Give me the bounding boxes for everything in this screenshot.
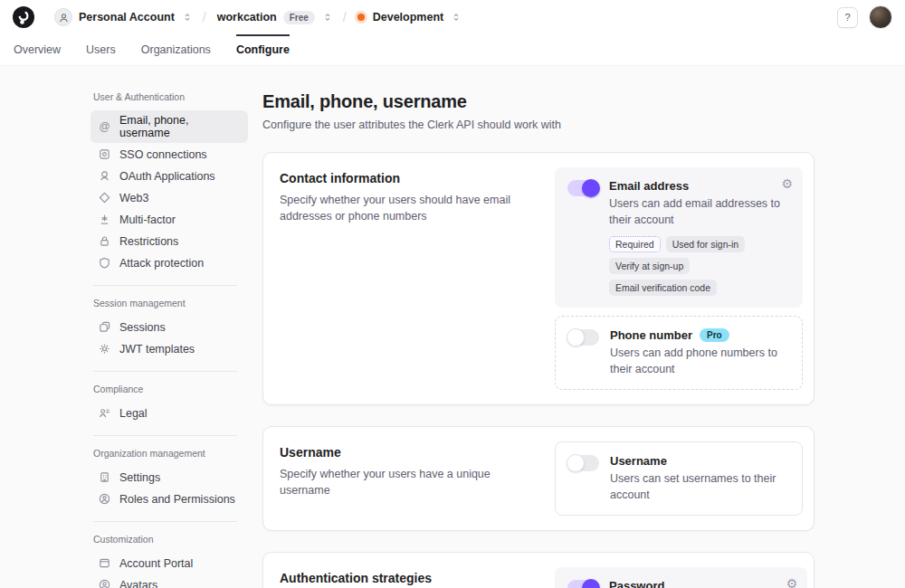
sidebar-item-label: Avatars bbox=[119, 579, 157, 588]
toggle-knob bbox=[567, 328, 585, 346]
sidebar-section-compliance: Compliance bbox=[93, 384, 248, 394]
sidebar-item-avatars[interactable]: Avatars bbox=[90, 574, 248, 588]
tab-organizations[interactable]: Organizations bbox=[141, 34, 211, 65]
username-setting: Username Users can set usernames to thei… bbox=[555, 441, 803, 516]
breadcrumb-personal-account[interactable]: Personal Account bbox=[54, 8, 192, 26]
sidebar-item-attack-protection[interactable]: Attack protection bbox=[90, 252, 248, 273]
email-address-toggle[interactable] bbox=[567, 180, 598, 196]
sidebar-item-label: Legal bbox=[119, 407, 148, 420]
password-setting-title: Password bbox=[609, 579, 795, 588]
pro-badge: Pro bbox=[700, 328, 729, 342]
email-setting-badges: Required Used for sign-in Verify at sign… bbox=[609, 236, 790, 296]
help-button[interactable]: ? bbox=[837, 7, 858, 28]
sidebar-item-label: OAuth Applications bbox=[119, 170, 215, 183]
sidebar-divider bbox=[93, 521, 237, 522]
sidebar-divider bbox=[93, 371, 237, 372]
sidebar-section-session-management: Session management bbox=[93, 298, 248, 308]
breadcrumb-separator: / bbox=[203, 10, 206, 24]
gear-icon bbox=[98, 342, 111, 356]
toggle-knob bbox=[582, 179, 600, 197]
workspace-plan-badge: Free bbox=[283, 11, 315, 24]
sidebar-item-account-portal[interactable]: Account Portal bbox=[90, 553, 248, 574]
sidebar-item-web3[interactable]: Web3 bbox=[90, 187, 248, 208]
sidebar-item-label: Email, phone, username bbox=[119, 114, 241, 139]
badge-email-verification-code: Email verification code bbox=[609, 280, 717, 296]
main-nav-tabs: Overview Users Organizations Configure bbox=[0, 34, 905, 66]
tab-configure[interactable]: Configure bbox=[236, 34, 290, 65]
username-toggle[interactable] bbox=[568, 455, 599, 471]
username-setting-texts: Username Users can set usernames to thei… bbox=[610, 454, 789, 503]
sidebar-item-oauth-applications[interactable]: OAuth Applications bbox=[90, 166, 248, 186]
environment-switcher-chevron-icon bbox=[452, 12, 461, 23]
username-card-description: Specify whether your users have a unique… bbox=[280, 466, 538, 498]
clerk-logo-icon[interactable] bbox=[13, 6, 34, 28]
sidebar-item-label: Settings bbox=[119, 471, 160, 484]
sidebar-item-label: JWT templates bbox=[119, 343, 195, 356]
email-setting-description: Users can add email addresses to their a… bbox=[609, 196, 790, 228]
username-setting-title: Username bbox=[610, 454, 789, 468]
toggle-knob bbox=[582, 579, 600, 588]
email-setting-texts: Email address Users can add email addres… bbox=[609, 179, 790, 296]
email-address-setting: ⚙ Email address Users can add email addr… bbox=[555, 167, 803, 308]
sidebar-item-settings[interactable]: Settings bbox=[90, 467, 248, 488]
contact-card-intro: Contact information Specify whether your… bbox=[280, 167, 538, 390]
phone-number-toggle[interactable] bbox=[568, 329, 599, 346]
sidebar-item-legal[interactable]: Legal bbox=[90, 403, 248, 423]
oauth-applications-icon bbox=[98, 169, 111, 183]
sidebar-item-sso-connections[interactable]: SSO connections bbox=[90, 144, 248, 165]
lock-icon bbox=[98, 234, 111, 248]
email-setting-title: Email address bbox=[609, 179, 790, 193]
email-settings-gear-icon[interactable]: ⚙ bbox=[781, 176, 793, 191]
username-setting-description: Users can set usernames to their account bbox=[610, 471, 789, 503]
sidebar-item-jwt-templates[interactable]: JWT templates bbox=[90, 338, 248, 359]
username-card-intro: Username Specify whether your users have… bbox=[280, 441, 538, 516]
topbar-actions: ? bbox=[837, 5, 892, 29]
username-card-title: Username bbox=[280, 445, 538, 460]
breadcrumb-workspace[interactable]: workcation Free bbox=[217, 11, 332, 24]
password-setting-row: Password Users can sign in with a passwo… bbox=[567, 579, 795, 588]
sidebar-item-email-phone-username[interactable]: @ Email, phone, username bbox=[90, 110, 248, 143]
shield-icon bbox=[98, 256, 111, 270]
auth-card-settings: ⚙ Password Users can sign in with a pass… bbox=[555, 567, 807, 588]
sidebar-divider bbox=[93, 435, 237, 436]
user-avatar[interactable] bbox=[869, 5, 892, 29]
environment-dot-icon bbox=[357, 14, 365, 21]
toggle-knob bbox=[567, 454, 585, 472]
avatar-circle-icon bbox=[98, 578, 111, 588]
at-sign-icon: @ bbox=[98, 120, 111, 134]
clerk-logo-glyph bbox=[13, 6, 34, 28]
main-panel: Email, phone, username Configure the use… bbox=[262, 91, 814, 588]
tab-users[interactable]: Users bbox=[86, 34, 116, 65]
web3-icon bbox=[98, 191, 111, 204]
page-title: Email, phone, username bbox=[262, 91, 814, 112]
top-bar: Personal Account / workcation Free / Dev… bbox=[0, 0, 905, 34]
password-settings-gear-icon[interactable]: ⚙ bbox=[786, 576, 798, 588]
sessions-icon bbox=[98, 320, 111, 334]
sidebar-section-user-authentication: User & Authentication bbox=[93, 91, 248, 102]
building-icon bbox=[98, 470, 111, 484]
authentication-strategies-card: Authentication strategies Select the aut… bbox=[262, 552, 814, 588]
breadcrumb: Personal Account / workcation Free / Dev… bbox=[54, 8, 461, 26]
sidebar-item-label: SSO connections bbox=[119, 148, 207, 161]
sidebar-item-label: Sessions bbox=[119, 321, 166, 334]
sidebar-item-label: Multi-factor bbox=[119, 213, 176, 226]
personal-account-avatar-icon bbox=[54, 8, 72, 26]
breadcrumb-environment[interactable]: Development bbox=[357, 11, 462, 24]
sidebar-item-restrictions[interactable]: Restrictions bbox=[90, 231, 248, 251]
tab-overview[interactable]: Overview bbox=[14, 34, 61, 65]
sidebar-item-roles-and-permissions[interactable]: Roles and Permissions bbox=[90, 488, 248, 509]
phone-setting-title: Phone number Pro bbox=[610, 328, 789, 342]
badge-verify-at-sign-up: Verify at sign-up bbox=[609, 258, 690, 274]
workspace-switcher-chevron-icon bbox=[323, 12, 332, 23]
password-toggle[interactable] bbox=[567, 580, 598, 588]
settings-sidebar: User & Authentication @ Email, phone, us… bbox=[90, 91, 248, 588]
workspace-label: workcation bbox=[217, 11, 277, 24]
contact-card-settings: ⚙ Email address Users can add email addr… bbox=[555, 167, 803, 390]
phone-setting-title-text: Phone number bbox=[610, 328, 692, 342]
sidebar-item-sessions[interactable]: Sessions bbox=[90, 317, 248, 337]
contact-card-description: Specify whether your users should have e… bbox=[280, 192, 538, 224]
contact-card-title: Contact information bbox=[280, 171, 538, 185]
sidebar-section-customization: Customization bbox=[93, 534, 248, 545]
sidebar-item-multi-factor[interactable]: Multi-factor bbox=[90, 209, 248, 230]
username-setting-row: Username Users can set usernames to thei… bbox=[568, 454, 789, 503]
